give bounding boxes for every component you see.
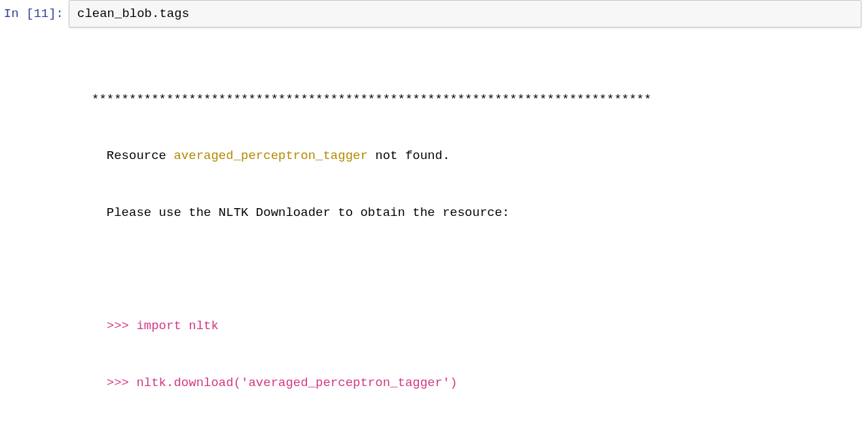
output-please-line: Please use the NLTK Downloader to obtain…: [92, 204, 868, 222]
code-input[interactable]: clean_blob.tags: [69, 0, 861, 27]
resource-suffix: not found.: [368, 149, 450, 163]
output-resource-line: Resource averaged_perceptron_tagger not …: [92, 147, 868, 166]
resource-name: averaged_perceptron_tagger: [173, 149, 367, 163]
output-stars: ****************************************…: [92, 90, 868, 109]
code-cell: In [11]: clean_blob.tags: [0, 0, 868, 27]
output-area: ****************************************…: [0, 27, 868, 426]
prompt-label: In [11]:: [4, 7, 63, 21]
input-area: clean_blob.tags: [69, 0, 868, 27]
input-prompt: In [11]:: [0, 0, 69, 27]
output-code-line-2: >>> nltk.download('averaged_perceptron_t…: [92, 374, 868, 393]
resource-prefix: Resource: [92, 149, 173, 163]
output-blank: [92, 260, 868, 279]
output-code-line-1: >>> import nltk: [92, 317, 868, 336]
notebook-container: In [11]: clean_blob.tags ***************…: [0, 0, 868, 426]
